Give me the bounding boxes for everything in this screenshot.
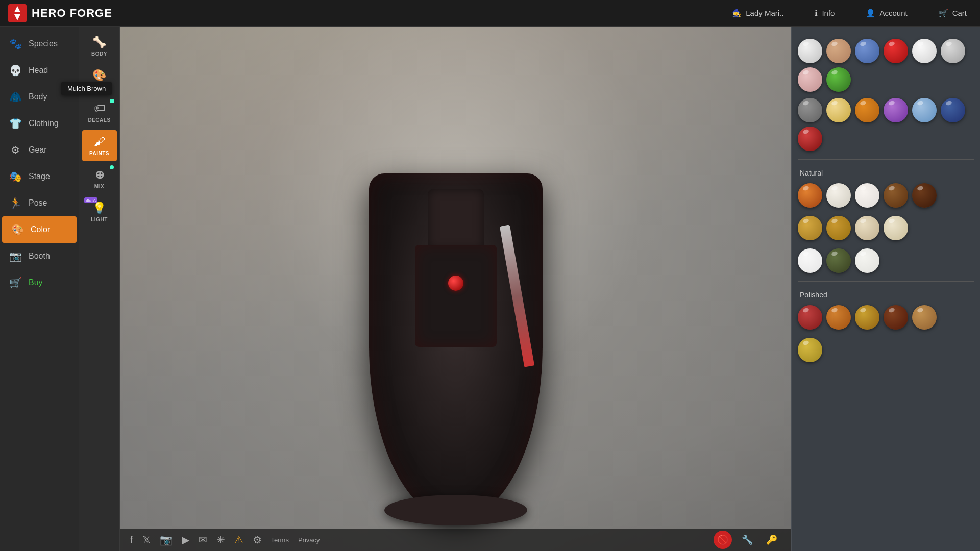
swatch-lt-blue[interactable]: [912, 98, 937, 122]
sidebar-item-booth[interactable]: 📷 Booth: [0, 243, 79, 269]
swatch-pol-blond[interactable]: [798, 338, 822, 362]
swatch-cream[interactable]: [826, 98, 851, 122]
email-icon[interactable]: ✉: [199, 534, 207, 546]
sidebar-label-species: Species: [29, 39, 58, 48]
tool-light[interactable]: BETA 💡 LIGHT: [82, 196, 117, 228]
swatch-hair-blond2[interactable]: [826, 216, 851, 240]
divider-2: [798, 281, 974, 282]
sidebar-label-pose: Pose: [29, 198, 47, 208]
tool-light-label: LIGHT: [91, 217, 108, 222]
swatch-orange[interactable]: [855, 98, 879, 122]
tool-body-icon: 🦴: [92, 36, 106, 49]
sidebar-label-buy: Buy: [29, 278, 43, 287]
sidebar-item-color[interactable]: 🎨 Color: [2, 216, 77, 243]
footer-bar: f 𝕏 📷 ▶ ✉ ✳ ⚠ ⚙ Terms Privacy 🚫 🔧 🔑: [120, 529, 791, 551]
swatch-red-dots[interactable]: [884, 39, 908, 63]
swatch-hair-blond1[interactable]: [798, 216, 822, 240]
sidebar-item-stage[interactable]: 🎭 Stage: [0, 163, 79, 190]
share-icon[interactable]: ✳: [216, 534, 225, 546]
tool-light-icon: 💡: [92, 202, 106, 215]
sidebar-item-clothing[interactable]: 👕 Clothing: [0, 110, 79, 137]
sidebar-item-pose[interactable]: 🏃 Pose: [0, 190, 79, 216]
sidebar-item-gear[interactable]: ⚙ Gear: [0, 137, 79, 163]
swatch-lt-gray[interactable]: [941, 39, 965, 63]
settings-icon[interactable]: ⚙: [253, 534, 262, 546]
beta-badge: BETA: [84, 197, 97, 203]
youtube-icon[interactable]: ▶: [182, 534, 189, 546]
swatch-hair-brown2[interactable]: [912, 183, 937, 208]
swatch-gray[interactable]: [798, 98, 822, 122]
nav-sep-2: [850, 6, 850, 20]
swatch-hair-white4[interactable]: [855, 248, 879, 273]
nav-sep-1: [799, 6, 799, 20]
swatch-pol-brown[interactable]: [884, 305, 908, 330]
mix-dot: [110, 165, 114, 169]
account-nav-item[interactable]: 👤 Account: [861, 7, 912, 20]
swatch-pol-amber[interactable]: [826, 305, 851, 330]
swatch-dk-blue[interactable]: [941, 98, 965, 122]
swatch-hair-white2[interactable]: [855, 183, 879, 208]
logo-area[interactable]: HERO FORGE: [8, 4, 112, 22]
paint-mode-icon: 🚫: [717, 534, 728, 545]
swatch-hair-brown1[interactable]: [884, 183, 908, 208]
footer-tools: 🚫 🔧 🔑: [714, 531, 781, 549]
species-icon: 🐾: [8, 37, 22, 51]
swatch-hair-cream[interactable]: [884, 216, 908, 240]
tool-body-label: BODY: [91, 51, 107, 57]
right-panel: Mulch Brown: [791, 27, 980, 551]
swatch-potion[interactable]: [798, 127, 822, 151]
sidebar-item-species[interactable]: 🐾 Species: [0, 31, 79, 57]
swatch-hair-orange[interactable]: [798, 183, 822, 208]
swatch-hair-lt[interactable]: [855, 216, 879, 240]
cart-nav-item[interactable]: 🛒 Cart: [934, 7, 972, 20]
user-nav-item[interactable]: 🧙 Lady Mari..: [727, 7, 789, 20]
swatch-purple[interactable]: [884, 98, 908, 122]
sidebar-item-head[interactable]: 💀 Head: [0, 57, 79, 84]
twitter-icon[interactable]: 𝕏: [142, 534, 151, 546]
swatch-hair-olive[interactable]: [826, 248, 851, 273]
instagram-icon[interactable]: 📷: [160, 534, 173, 546]
terms-link[interactable]: Terms: [271, 536, 289, 544]
swatch-pol-red[interactable]: [798, 305, 822, 330]
topnav: HERO FORGE 🧙 Lady Mari.. ℹ Info 👤 Accoun…: [0, 0, 980, 27]
sidebar-item-buy[interactable]: 🛒 Buy: [0, 269, 79, 296]
character-model: [369, 173, 543, 520]
tool-body-wrap: 🦴 BODY: [82, 31, 117, 62]
privacy-link[interactable]: Privacy: [298, 536, 320, 544]
swatch-pol-tan[interactable]: [912, 305, 937, 330]
swatch-hair-white3[interactable]: [798, 248, 822, 273]
swatch-green-leaf[interactable]: [826, 67, 851, 92]
natural-row2: [792, 212, 980, 244]
warning-icon[interactable]: ⚠: [234, 534, 243, 546]
cart-icon: 🛒: [939, 9, 948, 18]
swatch-ghost[interactable]: [798, 39, 822, 63]
info-label: Info: [822, 9, 835, 17]
sidebar-label-booth: Booth: [29, 252, 50, 261]
sidebar-label-body: Body: [29, 92, 47, 102]
polished-section-label: Polished: [792, 286, 980, 301]
sidebar-label-stage: Stage: [29, 172, 50, 181]
swatch-pol-gold[interactable]: [855, 305, 879, 330]
cart-label: Cart: [952, 9, 967, 17]
swatch-white[interactable]: [912, 39, 937, 63]
sidebar-label-clothing: Clothing: [29, 119, 59, 128]
swatch-blue-helm[interactable]: [855, 39, 879, 63]
eyedropper-icon: 🔧: [742, 534, 753, 545]
swatch-pink[interactable]: [798, 67, 822, 92]
swatch-tan[interactable]: [826, 39, 851, 63]
nav-sep-3: [923, 6, 923, 20]
paint-mode-button[interactable]: 🚫: [714, 531, 732, 549]
username-label: Lady Mari..: [746, 9, 783, 17]
main-layout: 🐾 Species 💀 Head 🧥 Body 👕 Clothing ⚙ Gea…: [0, 27, 980, 551]
info-nav-item[interactable]: ℹ Info: [810, 7, 840, 20]
booth-icon: 📷: [8, 249, 22, 263]
tool-body[interactable]: 🦴 BODY: [82, 31, 117, 62]
eyedropper-button[interactable]: 🔧: [738, 531, 756, 549]
facebook-icon[interactable]: f: [130, 534, 133, 546]
tool-paints[interactable]: 🖌 PAINTS: [82, 130, 117, 161]
swatch-hair-white[interactable]: [826, 183, 851, 208]
viewport[interactable]: f 𝕏 📷 ▶ ✉ ✳ ⚠ ⚙ Terms Privacy 🚫 🔧 🔑: [120, 27, 791, 551]
left-sidebar: 🐾 Species 💀 Head 🧥 Body 👕 Clothing ⚙ Gea…: [0, 27, 79, 551]
wand-button[interactable]: 🔑: [763, 531, 781, 549]
tools-sidebar: 🦴 BODY 🎨 THEME 🏷 DECALS 🖌 PAINTS: [79, 27, 120, 551]
